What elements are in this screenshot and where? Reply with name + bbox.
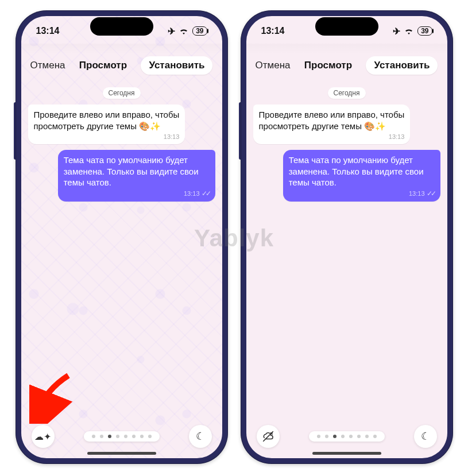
date-separator: Сегодня	[28, 87, 215, 99]
pager-dot[interactable]	[148, 435, 152, 438]
message-time: 13:13	[184, 189, 200, 198]
message-outgoing: Тема чата по умолчанию будет заменена. Т…	[28, 150, 215, 202]
pager-dot[interactable]	[92, 435, 95, 438]
message-incoming: Проведите влево или вправо, чтобы просмо…	[28, 105, 215, 144]
pager-dot[interactable]	[124, 435, 127, 438]
battery-icon: 39	[417, 26, 432, 36]
pager-dot[interactable]	[132, 435, 136, 438]
cancel-button[interactable]: Отмена	[30, 60, 65, 71]
install-button[interactable]: Установить	[366, 56, 438, 75]
bottom-bar: ☾	[246, 425, 447, 448]
status-time: 13:14	[36, 26, 60, 36]
airplane-icon: ✈︎	[168, 26, 175, 37]
chat-preview[interactable]: Сегодня Проведите влево или вправо, чтоб…	[21, 80, 222, 458]
pager-dot[interactable]	[325, 435, 328, 438]
airplane-icon: ✈︎	[393, 26, 400, 37]
doodle-toggle-button[interactable]	[257, 425, 280, 448]
chat-preview[interactable]: Сегодня Проведите влево или вправо, чтоб…	[246, 80, 447, 458]
wifi-icon	[404, 27, 414, 35]
moon-icon: ☾	[421, 430, 430, 443]
home-indicator[interactable]	[312, 452, 381, 455]
message-text: Тема чата по умолчанию будет заменена. Т…	[289, 155, 424, 187]
top-fade	[246, 44, 447, 54]
header-title: Просмотр	[304, 60, 352, 71]
status-time: 13:14	[261, 26, 285, 36]
cancel-button[interactable]: Отмена	[256, 60, 291, 71]
date-pill: Сегодня	[328, 87, 366, 99]
wifi-icon	[179, 27, 189, 35]
install-button[interactable]: Установить	[141, 56, 212, 75]
date-pill: Сегодня	[103, 87, 141, 99]
phone-frame-right: 13:14 ✈︎ 39 Отмена Просмотр Установить С…	[241, 10, 453, 464]
doodle-icon: ☁✦	[34, 431, 51, 442]
message-time: 13:13	[389, 133, 405, 141]
dark-mode-button[interactable]: ☾	[414, 425, 437, 448]
pager-dot[interactable]	[349, 435, 353, 438]
read-checks-icon: ✓✓	[427, 189, 435, 199]
dynamic-island	[315, 17, 378, 36]
message-incoming: Проведите влево или вправо, чтобы просмо…	[253, 105, 440, 144]
battery-icon: 39	[192, 26, 207, 36]
date-separator: Сегодня	[253, 87, 440, 99]
bottom-bar: ☁✦ ☾	[21, 425, 222, 448]
theme-preview-header: Отмена Просмотр Установить	[21, 54, 222, 80]
pager-dot[interactable]	[357, 435, 361, 438]
header-title: Просмотр	[79, 60, 127, 71]
phone-frame-left: 13:14 ✈︎ 39 Отмена Просмотр Установить С…	[16, 10, 228, 464]
home-indicator[interactable]	[87, 452, 156, 455]
message-outgoing: Тема чата по умолчанию будет заменена. Т…	[253, 150, 440, 202]
top-fade	[21, 44, 222, 54]
theme-pager[interactable]	[84, 431, 160, 442]
pager-dot[interactable]	[100, 435, 103, 438]
pager-dot[interactable]	[140, 435, 144, 438]
doodle-toggle-button[interactable]: ☁✦	[32, 425, 55, 448]
pager-dot[interactable]	[373, 435, 377, 438]
pager-dot[interactable]	[108, 435, 111, 438]
status-icons: ✈︎ 39	[393, 26, 432, 37]
pager-dot[interactable]	[365, 435, 369, 438]
screen: 13:14 ✈︎ 39 Отмена Просмотр Установить С…	[246, 16, 447, 458]
status-icons: ✈︎ 39	[168, 26, 207, 37]
dynamic-island	[90, 17, 153, 36]
read-checks-icon: ✓✓	[202, 189, 210, 199]
message-text: Проведите влево или вправо, чтобы просмо…	[259, 110, 405, 131]
doodle-off-icon	[262, 430, 274, 443]
pager-dot[interactable]	[341, 435, 345, 438]
theme-preview-header: Отмена Просмотр Установить	[246, 54, 447, 80]
message-time: 13:13	[409, 189, 425, 198]
message-text: Тема чата по умолчанию будет заменена. Т…	[64, 155, 199, 187]
message-text: Проведите влево или вправо, чтобы просмо…	[34, 110, 180, 131]
screen: 13:14 ✈︎ 39 Отмена Просмотр Установить С…	[21, 16, 222, 458]
message-time: 13:13	[164, 133, 180, 141]
pager-dot[interactable]	[116, 435, 119, 438]
theme-pager[interactable]	[309, 431, 385, 442]
moon-icon: ☾	[196, 430, 205, 443]
pager-dot[interactable]	[333, 435, 337, 438]
dark-mode-button[interactable]: ☾	[189, 425, 212, 448]
pager-dot[interactable]	[317, 435, 320, 438]
